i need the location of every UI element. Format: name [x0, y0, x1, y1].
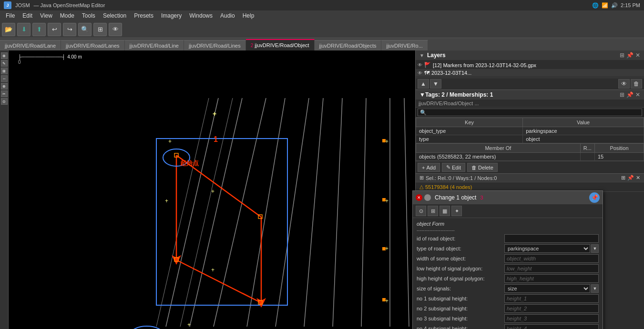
input-height1[interactable]: [504, 294, 599, 303]
input-high-height[interactable]: [504, 274, 599, 283]
zoom-button[interactable]: 🔍: [78, 23, 92, 36]
svg-text:+: +: [385, 298, 388, 304]
layers-close-icon[interactable]: ✕: [635, 52, 640, 59]
layer-delete-button[interactable]: 🗑: [631, 79, 642, 89]
tab-object[interactable]: 2 jjuvDRIVE/Road/Object: [246, 39, 315, 50]
form-row-type: type of road object: parkingspace sign b…: [417, 244, 599, 253]
menu-imagery[interactable]: Imagery: [157, 11, 185, 20]
eye-button[interactable]: 👁: [109, 23, 122, 36]
layer-down-button[interactable]: ▼: [430, 79, 441, 89]
menu-help[interactable]: Help: [239, 11, 258, 20]
input-height3[interactable]: [504, 314, 599, 323]
redo-button[interactable]: ↪: [63, 23, 76, 36]
dialog-close-button[interactable]: ✕: [416, 194, 422, 201]
table-row[interactable]: objects (55285823, 22 members) 15: [416, 153, 644, 161]
tab-lines[interactable]: jjuvDRIVE/Road/Lines: [184, 40, 246, 50]
input-id[interactable]: [504, 234, 599, 243]
table-row[interactable]: object_type parkingspace: [416, 127, 644, 135]
tags-close-icon[interactable]: ✕: [635, 91, 640, 98]
dialog-toolbar: ⊙ ⊞ ▦ ✦: [413, 204, 603, 218]
type-select-wrapper: parkingspace sign barrier other ▼: [504, 244, 599, 253]
svg-text:+: +: [213, 110, 216, 118]
dialog-number: 3: [480, 195, 483, 200]
input-width[interactable]: [504, 254, 599, 263]
dropdown-arrow-icon[interactable]: ▼: [591, 244, 599, 253]
tab-more[interactable]: jjuvDRIVE/Ro...: [381, 40, 428, 50]
tab-lanes[interactable]: jjuvDRIVE/Road/Lanes: [61, 40, 125, 50]
left-tool-4[interactable]: ↔: [1, 75, 8, 82]
input-low-height[interactable]: [504, 264, 599, 273]
save-button[interactable]: ⬇: [17, 23, 31, 36]
layers-resize-icon[interactable]: ⊞: [620, 52, 624, 59]
tab-lane[interactable]: jjuvDRIVE/Road/Lane: [0, 40, 61, 50]
svg-line-7: [361, 98, 366, 327]
menu-audio[interactable]: Audio: [216, 11, 239, 20]
svg-line-1: [190, 98, 242, 327]
menu-edit[interactable]: Edit: [19, 11, 36, 20]
layers-pin-icon[interactable]: 📌: [626, 52, 634, 59]
label-height4: no 4 subsignal height:: [417, 326, 502, 329]
wifi-icon: 📶: [602, 2, 608, 9]
form-row-size: size of signals: size small medium large…: [417, 284, 599, 293]
dialog-tool-grid[interactable]: ⊞: [428, 206, 438, 216]
dialog-tool-circle[interactable]: ⊙: [416, 206, 426, 216]
tags-search-input[interactable]: [418, 109, 642, 116]
sel-text: Sel.: Rel.:0 / Ways:1 / Nodes:0: [426, 175, 497, 181]
sel-close-icon[interactable]: ✕: [636, 175, 640, 181]
layers-title: Layers: [427, 52, 446, 59]
form-row-height3: no 3 subsignal height:: [417, 314, 599, 323]
layer-item-1[interactable]: 👁 🚩 [12] Markers from 2023-12-03T14-32-0…: [416, 61, 644, 69]
form-row-height1: no 1 subsignal height:: [417, 294, 599, 303]
tags-pin-icon[interactable]: 📌: [626, 91, 634, 98]
sel-pin-icon[interactable]: 📌: [627, 175, 634, 181]
dialog-pin-button[interactable]: 📌: [589, 192, 600, 203]
menu-windows[interactable]: Windows: [185, 11, 216, 20]
left-tool-2[interactable]: ✎: [1, 60, 8, 67]
tab-objects[interactable]: jjuvDRIVE/Road/Objects: [315, 40, 382, 50]
menu-mode[interactable]: Mode: [56, 11, 78, 20]
eye-icon-1: 👁: [418, 62, 422, 68]
delete-button[interactable]: 🗑 Delete: [467, 163, 498, 172]
layer-visibility-button[interactable]: 👁: [618, 79, 630, 89]
select-type[interactable]: parkingspace sign barrier other: [504, 244, 590, 253]
left-tool-1[interactable]: ⊕: [1, 52, 8, 59]
left-tool-3[interactable]: ⊞: [1, 68, 8, 74]
layer-item-2[interactable]: 👁 🗺 2023-12-03T14...: [416, 69, 644, 77]
trash-icon: 🗑: [471, 165, 477, 170]
change-dialog-header[interactable]: ✕ Change 1 object 3 📌: [413, 191, 603, 204]
left-tool-6[interactable]: ✂: [1, 90, 8, 97]
map-canvas[interactable]: ├────────────┤ 4.00 m 0: [9, 50, 415, 329]
dialog-tool-plus[interactable]: ✦: [451, 206, 462, 216]
node-text: 55179384 (4 nodes): [425, 184, 472, 190]
svg-rect-31: [382, 139, 386, 142]
undo-button[interactable]: ↩: [48, 23, 61, 36]
dialog-tool-grid2[interactable]: ▦: [440, 206, 450, 216]
upload-button[interactable]: ⬆: [32, 23, 46, 36]
menu-tools[interactable]: Tools: [78, 11, 99, 20]
menu-view[interactable]: View: [36, 11, 56, 20]
sel-resize-icon[interactable]: ⊞: [621, 175, 625, 181]
menu-presets[interactable]: Presets: [130, 11, 157, 20]
input-height4[interactable]: [504, 324, 599, 329]
left-tool-5[interactable]: ⊗: [1, 83, 8, 90]
select-size[interactable]: size small medium large: [504, 284, 590, 293]
tags-resize-icon[interactable]: ⊞: [620, 91, 624, 98]
dialog-minimize-button[interactable]: [424, 194, 431, 201]
tab-line[interactable]: jjuvDRIVE/Road/Line: [125, 40, 184, 50]
tags-title: Tags: 2 / Memberships: 1: [425, 91, 493, 98]
add-button[interactable]: + Add: [418, 163, 440, 172]
edit-button[interactable]: ✎ Edit: [442, 163, 465, 172]
menu-file[interactable]: File: [2, 11, 19, 20]
menu-selection[interactable]: Selection: [99, 11, 130, 20]
size-dropdown-arrow-icon[interactable]: ▼: [591, 284, 599, 293]
label-low-height: low height of signal polygon:: [417, 266, 502, 271]
network-icon: 🌐: [592, 2, 599, 9]
input-height2[interactable]: [504, 304, 599, 313]
table-row[interactable]: type object: [416, 135, 644, 143]
left-tool-7[interactable]: ⊙: [1, 98, 8, 105]
svg-line-11: [180, 98, 233, 327]
open-button[interactable]: 📂: [2, 23, 15, 36]
layers-header-controls: ⊞ 📌 ✕: [620, 52, 640, 59]
select-button[interactable]: ⊞: [93, 23, 107, 36]
layer-up-button[interactable]: ▲: [418, 79, 429, 89]
